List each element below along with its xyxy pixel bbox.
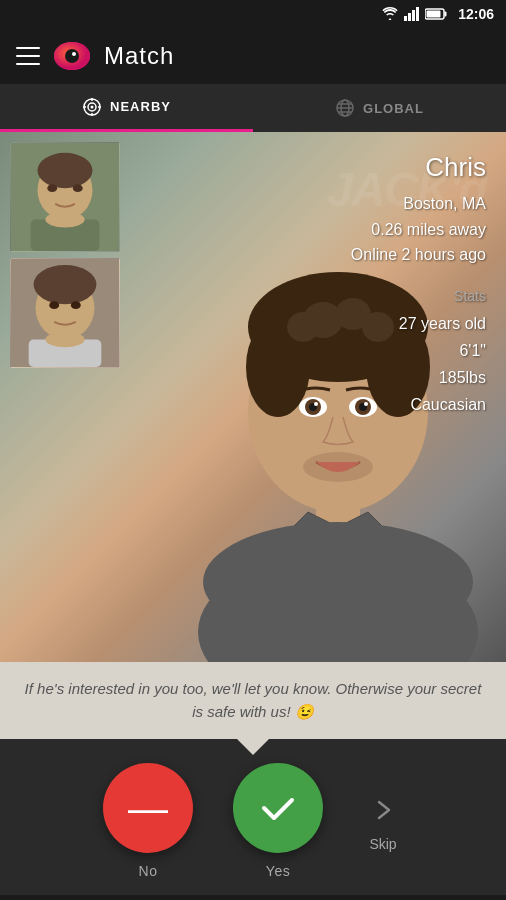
eye-logo-icon bbox=[52, 38, 92, 74]
thumbnail-1[interactable] bbox=[10, 142, 120, 252]
svg-rect-6 bbox=[427, 11, 441, 18]
no-label: No bbox=[139, 863, 158, 879]
svg-rect-0 bbox=[404, 16, 407, 21]
info-arrow bbox=[237, 739, 269, 755]
profile-name: Chris bbox=[351, 152, 486, 183]
status-time: 12:06 bbox=[458, 6, 494, 22]
stats-label: Stats bbox=[351, 288, 486, 304]
bottom-nav bbox=[0, 895, 506, 900]
profile-weight: 185lbs bbox=[439, 369, 486, 386]
profile-last-online: Online 2 hours ago bbox=[351, 246, 486, 263]
svg-rect-3 bbox=[416, 7, 419, 21]
globe-icon bbox=[335, 98, 355, 118]
skip-arrow-icon bbox=[363, 790, 403, 830]
status-icons: 12:06 bbox=[381, 6, 494, 22]
tabs-container: NEARBY GLOBAL bbox=[0, 84, 506, 132]
action-area: — No Yes Skip bbox=[0, 739, 506, 895]
nearby-icon bbox=[82, 97, 102, 117]
svg-point-54 bbox=[49, 301, 59, 309]
svg-point-48 bbox=[73, 184, 83, 192]
svg-point-55 bbox=[71, 301, 81, 309]
profile-city: Boston, MA bbox=[403, 195, 486, 212]
profile-info: Chris Boston, MA 0.26 miles away Online … bbox=[351, 152, 486, 419]
checkmark-icon bbox=[256, 786, 300, 830]
svg-rect-1 bbox=[408, 13, 411, 21]
svg-rect-2 bbox=[412, 10, 415, 21]
no-button[interactable]: — bbox=[103, 763, 193, 853]
svg-point-46 bbox=[38, 153, 93, 188]
svg-rect-5 bbox=[445, 12, 447, 17]
no-icon: — bbox=[128, 788, 168, 828]
profile-area: JACK'd bbox=[0, 132, 506, 662]
svg-point-57 bbox=[45, 332, 84, 348]
svg-point-33 bbox=[287, 312, 319, 342]
svg-point-11 bbox=[72, 52, 76, 56]
profile-ethnicity: Caucasian bbox=[410, 396, 486, 413]
nav-title: Match bbox=[104, 42, 174, 70]
tab-nearby-label: NEARBY bbox=[110, 99, 171, 114]
skip-label: Skip bbox=[369, 836, 396, 852]
profile-age: 27 years old bbox=[399, 315, 486, 332]
tab-nearby[interactable]: NEARBY bbox=[0, 84, 253, 132]
thumbnail-gallery bbox=[10, 142, 120, 368]
yes-label: Yes bbox=[266, 863, 290, 879]
svg-point-53 bbox=[34, 265, 97, 304]
profile-location: Boston, MA 0.26 miles away Online 2 hour… bbox=[351, 191, 486, 268]
profile-height: 6'1" bbox=[459, 342, 486, 359]
svg-point-40 bbox=[314, 402, 318, 406]
svg-point-50 bbox=[45, 212, 84, 228]
svg-point-14 bbox=[91, 105, 94, 108]
svg-point-43 bbox=[203, 522, 473, 642]
skip-button[interactable]: Skip bbox=[363, 790, 403, 852]
thumbnail-2[interactable] bbox=[10, 258, 120, 368]
nav-bar: Match bbox=[0, 28, 506, 84]
wifi-icon bbox=[381, 7, 399, 21]
signal-icon bbox=[404, 7, 420, 21]
yes-button[interactable] bbox=[233, 763, 323, 853]
info-banner: If he's interested in you too, we'll let… bbox=[0, 662, 506, 739]
info-banner-text: If he's interested in you too, we'll let… bbox=[20, 678, 486, 723]
tab-global-label: GLOBAL bbox=[363, 101, 424, 116]
profile-distance: 0.26 miles away bbox=[371, 221, 486, 238]
tab-global[interactable]: GLOBAL bbox=[253, 84, 506, 132]
battery-icon bbox=[425, 8, 447, 20]
no-button-wrapper: — No bbox=[103, 763, 193, 879]
profile-stats: 27 years old 6'1" 185lbs Caucasian bbox=[351, 310, 486, 419]
svg-point-47 bbox=[47, 184, 57, 192]
yes-button-wrapper: Yes bbox=[233, 763, 323, 879]
status-bar: 12:06 bbox=[0, 0, 506, 28]
svg-point-42 bbox=[303, 452, 373, 482]
menu-icon[interactable] bbox=[16, 47, 40, 65]
